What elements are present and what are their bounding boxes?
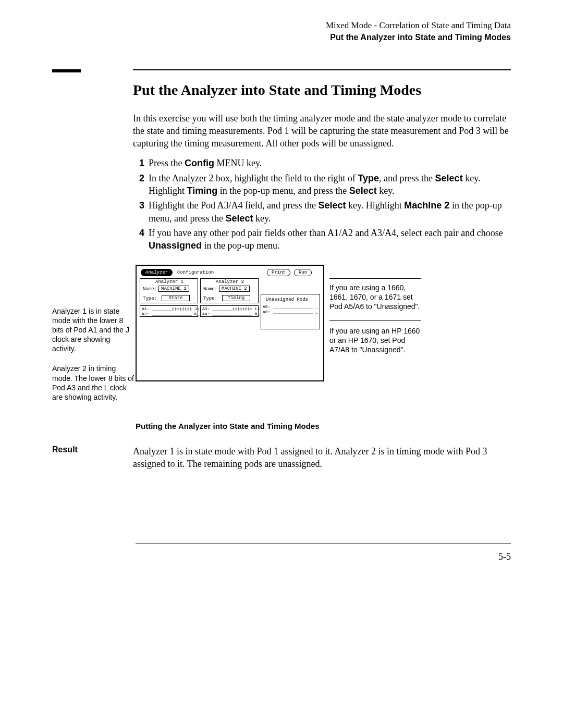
- pod-a3: A3: ________‡‡‡‡‡‡‡‡ L‡: [202, 306, 260, 311]
- header-chapter: Mixed Mode - Correlation of State and Ti…: [0, 20, 511, 32]
- step-number: 2: [133, 172, 144, 198]
- config-label: Configuration: [177, 270, 214, 275]
- unassigned-label: Unassigned Pods: [266, 297, 308, 302]
- right-note-1: If you are using a 1660, 1661, 1670, or …: [329, 283, 421, 312]
- right-note-2: If you are using an HP 1660 or an HP 167…: [329, 326, 421, 355]
- result-label: Result: [52, 445, 133, 471]
- separator: [329, 320, 421, 321]
- step-3: 3 Highlight the Pod A3/A4 field, and pre…: [133, 199, 511, 225]
- timing-field: Timing: [222, 295, 250, 301]
- figure-zone: Analyzer 1 is in state mode with the low…: [52, 265, 511, 413]
- pod-a2: A2: ________________ K_: [142, 312, 199, 316]
- step-1: 1 Press the Config MENU key.: [133, 157, 511, 169]
- header-section: Put the Analyzer into State and Timing M…: [0, 32, 511, 43]
- left-annotations: Analyzer 1 is in state mode with the low…: [52, 265, 136, 413]
- page-header: Mixed Mode - Correlation of State and Ti…: [0, 0, 563, 43]
- pod-a4: A4: ________________ M_: [202, 312, 260, 316]
- analyzer1-title: Analyzer 1: [155, 279, 183, 285]
- analyzer2-title: Analyzer 2: [216, 279, 244, 285]
- step-text: If you have any other pod pair fields ot…: [149, 227, 511, 252]
- step-4: 4 If you have any other pod pair fields …: [133, 227, 511, 252]
- pod-a5: A5: ________________ _: [263, 304, 318, 309]
- step-text: Press the Config MENU key.: [149, 157, 511, 169]
- left-note-2: Analyzer 2 in timing mode. The lower 8 b…: [52, 364, 136, 402]
- run-button: Run: [294, 269, 312, 276]
- page-number: 5-5: [0, 551, 511, 562]
- step-number: 1: [133, 157, 144, 169]
- pod-a1: A1: ________‡‡‡‡‡‡‡‡ J‡: [142, 306, 199, 311]
- footer-rule: [136, 544, 511, 544]
- rule-accent: [52, 69, 81, 72]
- type-label-2: Type:: [203, 296, 217, 301]
- step-2: 2 In the Analyzer 2 box, highlight the f…: [133, 172, 511, 198]
- intro-paragraph: In this exercise you will use both the t…: [133, 112, 511, 150]
- name-label-2: Name:: [203, 287, 217, 292]
- result-row: Result Analyzer 1 is in state mode with …: [52, 445, 511, 471]
- state-field: State: [162, 295, 190, 301]
- step-number: 3: [133, 199, 144, 225]
- type-label-1: Type:: [143, 296, 157, 301]
- name-label-1: Name:: [143, 287, 157, 292]
- step-number: 4: [133, 227, 144, 252]
- analyzer-screenshot: Analyzer Configuration Print Run Analyze…: [136, 265, 324, 381]
- step-list: 1 Press the Config MENU key. 2 In the An…: [133, 157, 511, 252]
- machine1-field: MACHINE 1: [158, 286, 189, 292]
- result-text: Analyzer 1 is in state mode with Pod 1 a…: [133, 445, 511, 471]
- step-text: In the Analyzer 2 box, highlight the fie…: [149, 172, 511, 198]
- rule-main: [133, 69, 511, 70]
- page-title: Put the Analyzer into State and Timing M…: [133, 82, 511, 98]
- pod-a6: A6: ________________ _: [263, 310, 318, 314]
- machine2-field: MACHINE 2: [219, 286, 250, 292]
- separator: [329, 278, 421, 279]
- pod-a7a8-box: [261, 316, 320, 329]
- figure-caption: Putting the Analyzer into State and Timi…: [136, 422, 511, 430]
- step-text: Highlight the Pod A3/A4 field, and press…: [149, 199, 511, 225]
- print-button: Print: [267, 269, 290, 276]
- analyzer-pill: Analyzer: [141, 269, 173, 276]
- left-note-1: Analyzer 1 is in state mode with the low…: [52, 306, 136, 354]
- right-annotations: If you are using a 1660, 1661, 1670, or …: [329, 265, 421, 355]
